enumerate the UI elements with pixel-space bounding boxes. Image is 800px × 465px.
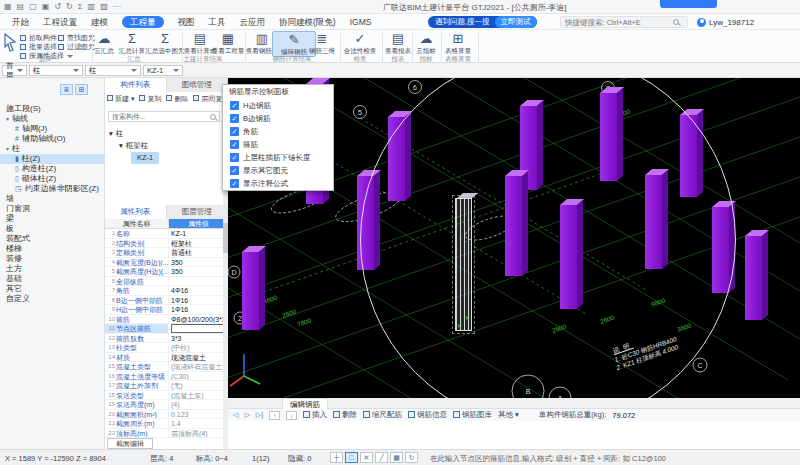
property-row[interactable]: 20截面面积(m²)0.123 (105, 410, 223, 420)
nav-item-structural-column[interactable]: ▯构造柱(Z) (0, 164, 105, 174)
nav-item-edge-zone[interactable]: ◳约束边缘非阴影区(Z) (0, 184, 105, 194)
nav-group-axis[interactable]: ▾轴线 (0, 114, 105, 124)
property-row[interactable]: 17混凝土外加剂(无) (105, 381, 223, 391)
select-tool-icon[interactable] (2, 33, 18, 53)
checkbox-h-side-rebar[interactable]: ✓H边钢筋 (223, 99, 333, 112)
promo-badge[interactable] (660, 0, 717, 8)
nav-item-construction-section[interactable]: 施工段(S) (0, 104, 105, 114)
element-selector[interactable]: KZ-1 (143, 65, 183, 76)
tab-layer-management[interactable]: 图层管理 (167, 205, 229, 219)
redo-icon[interactable]: ↻ (66, 1, 73, 13)
nav-item-aux-axis[interactable]: #辅助轴线(O) (0, 134, 105, 144)
scaled-rebar-button[interactable]: 缩尺配筋 (363, 410, 402, 420)
nav-group-slab[interactable]: 板 (0, 224, 105, 234)
delete-component-button[interactable]: 删除 (166, 94, 188, 104)
new-file-icon[interactable]: ▤ (17, 1, 25, 13)
grid-view-icon[interactable]: ⊞ (75, 84, 88, 95)
property-row[interactable]: 15混凝土类型(现浇碎石混凝土) (105, 362, 223, 372)
property-row[interactable]: 12箍筋肢数3*3 (105, 334, 223, 344)
grid-snap-icon[interactable]: ▦ (390, 452, 403, 463)
checkbox-checked-icon[interactable]: ✓ (230, 179, 239, 188)
search-icon[interactable] (210, 114, 216, 120)
undo-icon[interactable]: ↺ (54, 1, 61, 13)
snap-point-icon[interactable]: ┼ (330, 452, 343, 463)
nav-group-decoration[interactable]: 装修 (0, 254, 105, 264)
tab-view[interactable]: 视图 (178, 16, 195, 28)
category-selector[interactable]: 柱 (29, 65, 83, 76)
checkbox-stirrup[interactable]: ✓箍筋 (223, 138, 333, 151)
checkbox-upper-column-dowel[interactable]: ✓上层柱插筋下锚长度 (223, 151, 333, 164)
property-row[interactable]: 9H边一侧中部筋1Φ16 (105, 305, 223, 315)
checkbox-show-annotation-formula[interactable]: ✓显示注释公式 (223, 177, 333, 190)
tree-node-kz1[interactable]: KZ-1 (109, 152, 159, 164)
nav-group-wall[interactable]: 墙 (0, 194, 105, 204)
more-icon[interactable]: ⋯ (113, 1, 121, 13)
tree-node-column-root[interactable]: ▾柱 (109, 128, 159, 140)
nav-group-column[interactable]: ▾柱 (0, 144, 105, 154)
checkbox-show-other-elements[interactable]: ✓显示其它图元 (223, 164, 333, 177)
property-row[interactable]: 18泵送类型(混凝土泵) (105, 391, 223, 401)
nav-group-custom[interactable]: 自定义 (0, 294, 105, 304)
checkbox-checked-icon[interactable]: ✓ (230, 101, 239, 110)
cross-snap-icon[interactable]: ✕ (360, 452, 373, 463)
nav-group-prefab[interactable]: 装配式 (0, 234, 105, 244)
tab-modeling[interactable]: 建模 (91, 16, 108, 28)
component-search-input[interactable] (112, 113, 202, 120)
prev-record-icon[interactable]: ◁ (233, 411, 238, 419)
concrete-column[interactable] (388, 117, 405, 201)
nav-item-grid[interactable]: #轴网(J) (0, 124, 105, 134)
last-record-icon[interactable]: ▷| (256, 411, 263, 419)
other-menu-button[interactable]: 其他 ▾ (498, 410, 519, 420)
component-search-box[interactable] (108, 111, 220, 122)
line-snap-icon[interactable]: ╱ (375, 452, 388, 463)
grid-view-icon[interactable]: ▥ (88, 1, 96, 13)
rebar-info-button[interactable]: 钢筋信息 (408, 410, 447, 420)
refresh-icon[interactable]: ↻ (405, 452, 418, 463)
tab-igms[interactable]: IGMS (350, 16, 372, 28)
promo-try-button[interactable]: 立即测试 (495, 16, 537, 28)
search-icon[interactable] (673, 19, 679, 25)
tab-edit-rebar[interactable]: 编辑钢筋 (282, 398, 328, 409)
concrete-column[interactable] (560, 205, 577, 309)
property-row[interactable]: 8B边一侧中部筋1Φ16 (105, 296, 223, 306)
ortho-mode-icon[interactable]: □ (345, 452, 358, 463)
delete-button[interactable]: 删除 (333, 410, 357, 420)
concrete-column[interactable] (680, 115, 697, 197)
nav-item-masonry-column[interactable]: ▯砌体柱(Z) (0, 174, 105, 184)
property-row[interactable]: 3定额类别普通柱 (105, 248, 223, 258)
concrete-column[interactable] (357, 176, 374, 270)
concrete-column[interactable] (600, 93, 617, 181)
node-stirrup-input[interactable] (171, 324, 223, 333)
type-selector[interactable]: 柱 (85, 65, 141, 76)
property-row[interactable]: 14材质现浇混凝土 (105, 353, 223, 363)
tab-cloud-apps[interactable]: 云应用 (240, 16, 266, 28)
concrete-column[interactable] (505, 176, 522, 276)
nav-item-column[interactable]: ▮柱(Z) (0, 154, 105, 164)
shortcut-search-box[interactable] (560, 16, 688, 28)
hatch-view-icon[interactable]: ▨ (100, 1, 108, 13)
property-row[interactable]: 2结构类别框架柱 (105, 239, 223, 249)
insert-button[interactable]: 插入 (303, 410, 327, 420)
rebar-gallery-button[interactable]: 钢筋图库 (453, 410, 492, 420)
concrete-column[interactable] (712, 207, 729, 293)
tab-quantity[interactable]: 工程量 (122, 16, 164, 28)
tab-collab-modeling[interactable]: 协同建模(限免) (279, 16, 336, 28)
move-up-icon[interactable]: ↑ (269, 411, 280, 420)
property-row[interactable]: 5截面高度(H边)(...350 (105, 267, 223, 277)
search-input[interactable] (561, 18, 671, 27)
new-component-button[interactable]: 新建 ▾ (107, 94, 134, 104)
sum-icon[interactable]: Σ (78, 1, 83, 13)
property-row[interactable]: 10箍筋Φ8@100/200(3*3) (105, 315, 223, 325)
promo-tooltip[interactable]: 遇到问题,搜一搜 立即测试 (428, 16, 537, 28)
tab-tools[interactable]: 工具 (209, 16, 226, 28)
tab-start[interactable]: 开始 (12, 16, 29, 28)
checkbox-corner-rebar[interactable]: ✓角筋 (223, 125, 333, 138)
panel-title[interactable]: 钢筋显示控制面板 (223, 85, 333, 99)
rebar-display-control-panel[interactable]: 钢筋显示控制面板 ✓H边钢筋 ✓B边钢筋 ✓角筋 ✓箍筋 ✓上层柱插筋下锚长度 … (222, 84, 334, 191)
save-icon[interactable]: ▣ (42, 1, 50, 13)
property-row-editing[interactable]: 11节点区箍筋 (105, 324, 223, 334)
concrete-column[interactable] (242, 252, 259, 330)
list-view-icon[interactable]: ≣ (60, 84, 73, 95)
property-row[interactable]: 22顶标高(m)层顶标高(4) (105, 429, 223, 439)
property-row[interactable]: 13柱类型(中柱) (105, 343, 223, 353)
